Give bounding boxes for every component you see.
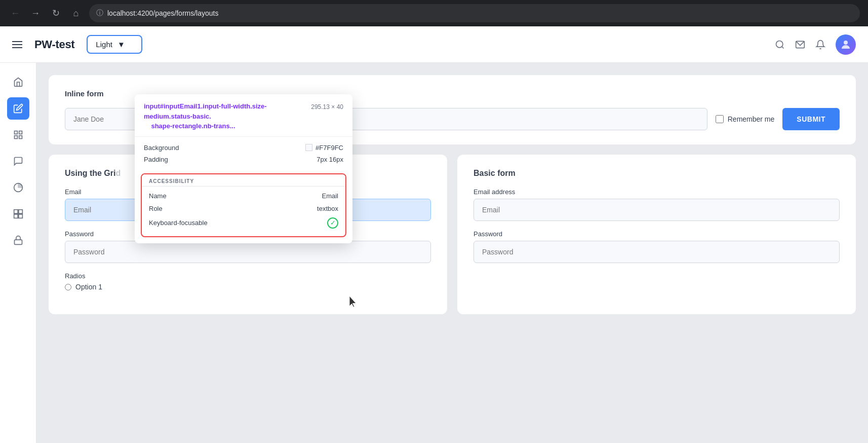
svg-rect-7 xyxy=(19,136,22,139)
remember-me-label[interactable]: Remember me xyxy=(716,115,775,123)
padding-prop: Padding 7px 16px xyxy=(144,154,343,165)
submit-button[interactable]: SUBMIT xyxy=(782,108,840,130)
svg-rect-10 xyxy=(18,210,22,214)
sidebar-item-edit[interactable] xyxy=(7,97,29,120)
basic-email-field-group: Email address xyxy=(474,188,840,221)
content-area: Inline form Remember me SUBMIT 295.13 × … xyxy=(36,63,868,443)
svg-rect-11 xyxy=(14,214,18,218)
accessibility-rows: Name Email Role textbox Keyboard-focusab… xyxy=(142,187,345,236)
tooltip-header: 295.13 × 40 input#inputEmail1.input-full… xyxy=(135,94,352,137)
mail-icon[interactable] xyxy=(795,40,805,50)
sidebar xyxy=(0,63,36,443)
a11y-role-row: Role textbox xyxy=(149,202,338,215)
sidebar-item-grid[interactable] xyxy=(7,124,29,146)
header-right xyxy=(775,34,856,55)
avatar[interactable] xyxy=(836,34,856,55)
bell-icon[interactable] xyxy=(815,40,825,50)
svg-rect-13 xyxy=(14,240,22,244)
reload-button[interactable]: ↻ xyxy=(49,6,63,20)
radio-option1[interactable]: Option 1 xyxy=(65,283,431,291)
header-left: PW-test Light ▼ xyxy=(12,35,775,54)
theme-dropdown[interactable]: Light ▼ xyxy=(87,35,142,54)
url-text: localhost:4200/pages/forms/layouts xyxy=(107,9,218,17)
a11y-name-row: Name Email xyxy=(149,190,338,202)
search-icon[interactable] xyxy=(775,40,785,50)
basic-password-input[interactable] xyxy=(474,241,840,263)
browser-chrome: ← → ↻ ⌂ ⓘ localhost:4200/pages/forms/lay… xyxy=(0,0,868,26)
basic-form-card: Basic form Email address Password xyxy=(457,155,856,314)
a11y-keyboard-row: Keyboard-focusable ✓ xyxy=(149,215,338,231)
sidebar-item-lock[interactable] xyxy=(7,229,29,251)
app-title: PW-test xyxy=(34,38,74,51)
svg-rect-12 xyxy=(18,214,22,218)
sidebar-item-apps[interactable] xyxy=(7,203,29,225)
radios-field-group: Radios Option 1 xyxy=(65,272,431,291)
keyboard-focusable-check: ✓ xyxy=(327,217,338,229)
color-swatch xyxy=(305,144,312,151)
background-prop: Background #F7F9FC xyxy=(144,142,343,154)
basic-email-input[interactable] xyxy=(474,199,840,221)
home-button[interactable]: ⌂ xyxy=(69,6,83,20)
tooltip-props: Background #F7F9FC Padding 7px 16px xyxy=(135,137,352,170)
email-input[interactable] xyxy=(290,108,707,130)
svg-rect-6 xyxy=(14,136,17,139)
app-body: Inline form Remember me SUBMIT 295.13 × … xyxy=(0,63,868,443)
basic-password-label: Password xyxy=(474,230,840,238)
tooltip-dimensions: 295.13 × 40 xyxy=(311,102,343,112)
chevron-down-icon: ▼ xyxy=(117,40,125,49)
svg-rect-9 xyxy=(14,210,18,214)
sidebar-item-home[interactable] xyxy=(7,71,29,93)
hamburger-menu[interactable] xyxy=(12,41,22,48)
forward-button[interactable]: → xyxy=(28,6,43,20)
svg-point-3 xyxy=(844,41,848,45)
accessibility-header: ACCESSIBILITY xyxy=(142,174,345,187)
svg-rect-5 xyxy=(19,131,22,134)
element-tooltip: 295.13 × 40 input#inputEmail1.input-full… xyxy=(135,94,352,243)
address-bar[interactable]: ⓘ localhost:4200/pages/forms/layouts xyxy=(89,4,860,22)
app-header: PW-test Light ▼ xyxy=(0,26,868,63)
basic-email-label: Email address xyxy=(474,188,840,196)
svg-line-1 xyxy=(782,46,784,48)
accessibility-panel: ACCESSIBILITY Name Email Role textbox Ke… xyxy=(141,173,346,237)
basic-password-field-group: Password xyxy=(474,230,840,263)
remember-me-checkbox[interactable] xyxy=(716,115,724,123)
svg-rect-4 xyxy=(14,131,17,134)
back-button[interactable]: ← xyxy=(8,6,22,20)
radios-label: Radios xyxy=(65,272,431,280)
svg-point-0 xyxy=(776,41,783,47)
basic-form-title: Basic form xyxy=(474,169,840,178)
sidebar-item-chart[interactable] xyxy=(7,176,29,199)
theme-label: Light xyxy=(96,40,112,49)
tooltip-selector: 295.13 × 40 input#inputEmail1.input-full… xyxy=(144,101,343,131)
info-icon: ⓘ xyxy=(96,9,103,18)
grid-password-input[interactable] xyxy=(65,241,431,263)
sidebar-item-chat[interactable] xyxy=(7,150,29,172)
